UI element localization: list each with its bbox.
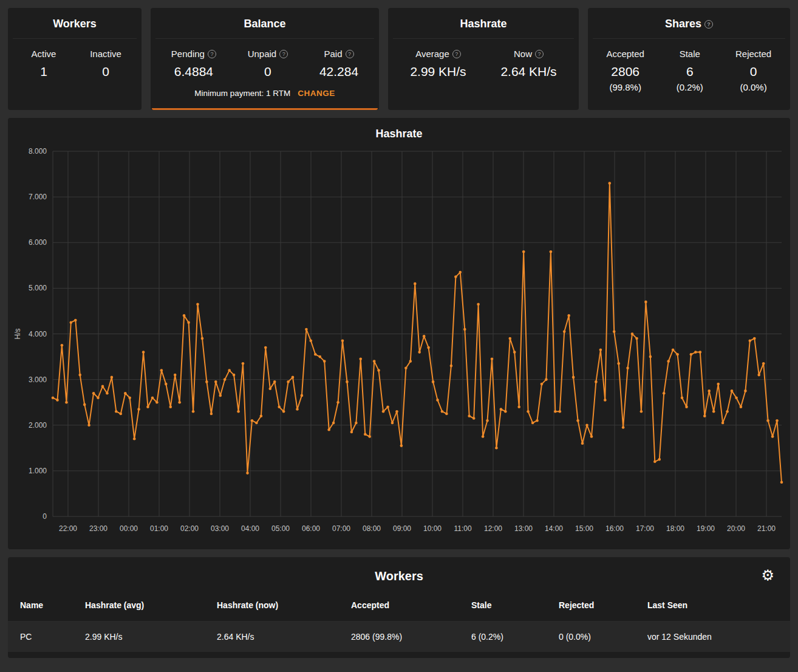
- dashboard-page: Workers Active 1 Inactive 0 Balance Pend…: [0, 0, 798, 666]
- svg-text:17:00: 17:00: [636, 524, 654, 533]
- worker-accepted: 2806 (99.8%): [345, 622, 465, 653]
- stat-percentage: (99.8%): [606, 82, 644, 92]
- minimum-payment-row: Minimum payment: 1 RTM CHANGE: [155, 89, 374, 98]
- svg-text:6.000: 6.000: [29, 238, 47, 247]
- svg-text:00:00: 00:00: [120, 524, 138, 533]
- stat-inactive: Inactive 0: [87, 49, 124, 79]
- svg-text:H/s: H/s: [13, 329, 22, 340]
- stat-label: Active: [26, 49, 62, 59]
- stat-average: Average? 2.99 KH/s: [410, 49, 466, 79]
- table-header-row: Name Hashrate (avg) Hashrate (now) Accep…: [8, 592, 790, 622]
- shares-card: Shares? Accepted 2806 (99.8%) Stale 6 (0…: [588, 8, 790, 110]
- stat-label: Rejected: [735, 49, 772, 59]
- svg-text:01:00: 01:00: [150, 524, 168, 533]
- stat-now: Now? 2.64 KH/s: [500, 49, 556, 79]
- column-hashrate-avg: Hashrate (avg): [79, 592, 211, 622]
- balance-card-stats: Pending? 6.4884 Unpaid? 0 Paid? 42.284: [155, 49, 374, 79]
- svg-text:09:00: 09:00: [393, 524, 411, 533]
- worker-last-seen: vor 12 Sekunden: [641, 622, 790, 653]
- table-row: PC 2.99 KH/s 2.64 KH/s 2806 (99.8%) 6 (0…: [8, 622, 790, 653]
- balance-card-title: Balance: [155, 18, 374, 39]
- hashrate-card-stats: Average? 2.99 KH/s Now? 2.64 KH/s: [393, 49, 574, 79]
- workers-table-panel: Workers ⚙ Name Hashrate (avg) Hashrate (…: [8, 557, 790, 658]
- stat-paid: Paid? 42.284: [319, 49, 358, 79]
- workers-card-title: Workers: [13, 18, 137, 39]
- stat-label: Inactive: [87, 49, 124, 59]
- stat-percentage: (0.2%): [672, 82, 708, 92]
- worker-stale: 6 (0.2%): [465, 622, 553, 653]
- stat-pending: Pending? 6.4884: [171, 49, 216, 79]
- worker-hashrate-avg: 2.99 KH/s: [79, 622, 211, 653]
- stat-value: 0: [87, 64, 124, 79]
- stat-rejected: Rejected 0 (0.0%): [735, 49, 772, 92]
- shares-card-stats: Accepted 2806 (99.8%) Stale 6 (0.2%) Rej…: [593, 49, 785, 92]
- stat-cards-row: Workers Active 1 Inactive 0 Balance Pend…: [8, 8, 790, 110]
- hashrate-card: Hashrate Average? 2.99 KH/s Now? 2.64 KH…: [388, 8, 579, 110]
- stat-value: 42.284: [319, 64, 358, 79]
- stat-label: Average?: [410, 49, 466, 59]
- help-icon[interactable]: ?: [535, 50, 544, 58]
- svg-text:2.000: 2.000: [29, 421, 47, 430]
- change-payment-link[interactable]: CHANGE: [298, 89, 335, 98]
- workers-table: Name Hashrate (avg) Hashrate (now) Accep…: [8, 592, 790, 652]
- svg-text:23:00: 23:00: [89, 524, 107, 533]
- svg-text:11:00: 11:00: [454, 524, 471, 533]
- svg-text:08:00: 08:00: [363, 524, 381, 533]
- svg-text:19:00: 19:00: [697, 524, 715, 533]
- help-icon[interactable]: ?: [208, 50, 216, 58]
- column-name: Name: [8, 592, 79, 622]
- help-icon[interactable]: ?: [346, 50, 354, 58]
- svg-text:5.000: 5.000: [29, 284, 47, 292]
- stat-label: Paid?: [319, 49, 358, 59]
- svg-text:05:00: 05:00: [271, 524, 290, 533]
- stat-value: 1: [26, 64, 62, 79]
- svg-text:21:00: 21:00: [757, 524, 776, 533]
- column-accepted: Accepted: [345, 592, 465, 622]
- workers-table-header: Workers ⚙: [8, 568, 790, 592]
- svg-text:04:00: 04:00: [241, 524, 259, 533]
- column-rejected: Rejected: [553, 592, 641, 622]
- svg-text:22:00: 22:00: [59, 524, 77, 533]
- stat-value: 2.64 KH/s: [500, 64, 556, 79]
- svg-text:06:00: 06:00: [302, 524, 320, 533]
- help-icon[interactable]: ?: [704, 20, 713, 29]
- stat-unpaid: Unpaid? 0: [248, 49, 288, 79]
- stat-active: Active 1: [26, 49, 62, 79]
- stat-value: 0: [248, 64, 288, 79]
- gear-icon[interactable]: ⚙: [761, 568, 774, 583]
- svg-text:16:00: 16:00: [605, 524, 624, 533]
- stat-label: Now?: [500, 49, 556, 59]
- svg-text:8.000: 8.000: [29, 147, 47, 156]
- help-icon[interactable]: ?: [279, 50, 288, 58]
- stat-percentage: (0.0%): [735, 82, 772, 92]
- hashrate-chart-panel: Hashrate 01.0002.0003.0004.0005.0006.000…: [8, 118, 790, 549]
- help-icon[interactable]: ?: [452, 50, 461, 58]
- shares-card-title: Shares?: [593, 18, 785, 39]
- stat-value: 6.4884: [171, 64, 216, 79]
- svg-text:02:00: 02:00: [180, 524, 199, 533]
- workers-table-title: Workers: [375, 569, 423, 583]
- svg-text:4.000: 4.000: [29, 330, 47, 338]
- svg-text:15:00: 15:00: [575, 524, 593, 533]
- svg-text:7.000: 7.000: [29, 193, 47, 201]
- balance-card: Balance Pending? 6.4884 Unpaid? 0 Paid? …: [151, 8, 379, 110]
- stat-label: Stale: [672, 49, 708, 59]
- svg-text:07:00: 07:00: [332, 524, 350, 533]
- stat-value: 2.99 KH/s: [410, 64, 466, 79]
- svg-text:10:00: 10:00: [423, 524, 442, 533]
- worker-hashrate-now: 2.64 KH/s: [211, 622, 345, 653]
- svg-text:3.000: 3.000: [29, 375, 47, 384]
- column-hashrate-now: Hashrate (now): [211, 592, 345, 622]
- balance-progress-bar: [152, 108, 378, 110]
- svg-text:20:00: 20:00: [727, 524, 745, 533]
- svg-text:14:00: 14:00: [545, 524, 563, 533]
- column-stale: Stale: [465, 592, 553, 622]
- column-last-seen: Last Seen: [641, 592, 790, 622]
- worker-name: PC: [8, 622, 79, 653]
- worker-rejected: 0 (0.0%): [553, 622, 641, 653]
- stat-value: 6: [672, 64, 708, 79]
- hashrate-chart: 01.0002.0003.0004.0005.0006.0007.0008.00…: [9, 145, 789, 543]
- hashrate-card-title: Hashrate: [393, 18, 574, 39]
- minimum-payment-label: Minimum payment: 1 RTM: [194, 89, 290, 98]
- svg-text:13:00: 13:00: [514, 524, 533, 533]
